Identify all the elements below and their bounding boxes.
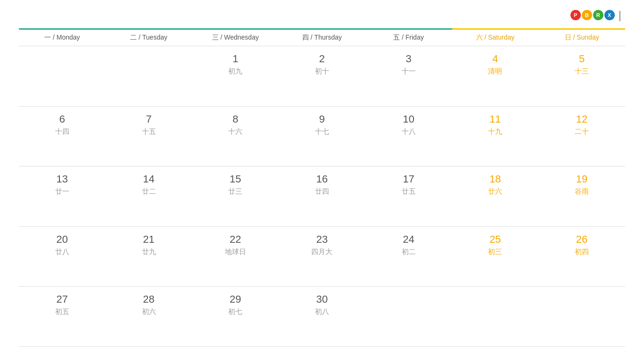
col-header-thursday: 四 / Thursday [279, 29, 365, 46]
day-lunar: 初八 [282, 307, 362, 316]
day-cell: 10十八 [365, 106, 452, 166]
day-cell: 23四月大 [279, 226, 365, 287]
day-lunar: 初九 [196, 67, 275, 76]
day-cell [106, 46, 192, 107]
day-number: 19 [542, 173, 621, 185]
brand-logo: P B R X [570, 10, 615, 20]
day-number: 4 [456, 53, 535, 65]
day-cell: 15廿三 [192, 166, 279, 227]
day-cell: 29初七 [192, 287, 279, 347]
col-header-saturday: 六 / Saturday [452, 29, 539, 46]
day-cell: 9十七 [279, 106, 365, 166]
day-number: 14 [109, 173, 189, 185]
day-cell: 4清明 [452, 46, 539, 107]
day-number: 30 [282, 293, 362, 306]
weekday-header-row: 一 / Monday二 / Tuesday三 / Wednesday四 / Th… [19, 29, 625, 46]
week-row-5: 27初五28初六29初七30初八 [19, 287, 625, 347]
day-number: 23 [282, 233, 362, 246]
col-header-sunday: 日 / Sunday [538, 29, 625, 46]
day-number: 24 [369, 233, 448, 246]
day-lunar: 初六 [109, 307, 189, 316]
logo-p: P [570, 10, 581, 20]
col-header-wednesday: 三 / Wednesday [192, 29, 279, 46]
col-header-friday: 五 / Friday [365, 29, 452, 46]
week-row-2: 6十四7十五8十六9十七10十八11十九12二十 [19, 106, 625, 166]
day-lunar: 初五 [23, 307, 102, 316]
day-cell: 7十五 [106, 106, 192, 166]
week-row-3: 13廿一14廿二15廿三16廿四17廿五18廿六19谷雨 [19, 166, 625, 227]
day-number: 6 [23, 113, 102, 125]
brand-top: P B R X | [570, 8, 625, 22]
day-cell: 13廿一 [19, 166, 106, 227]
day-lunar: 初七 [196, 307, 275, 316]
day-number: 28 [109, 293, 189, 306]
logo-r: R [593, 10, 603, 20]
day-number: 21 [109, 233, 189, 246]
calendar-page: P B R X | 一 / Monday二 / Tuesday三 / Wedne… [0, 0, 644, 347]
day-cell: 11十九 [452, 106, 539, 166]
day-cell: 8十六 [192, 106, 279, 166]
day-number: 5 [542, 53, 621, 65]
col-header-tuesday: 二 / Tuesday [106, 29, 192, 46]
day-lunar: 廿六 [456, 187, 535, 196]
day-lunar: 廿四 [282, 187, 362, 196]
logo-x: X [604, 10, 615, 20]
day-cell: 14廿二 [106, 166, 192, 227]
day-number: 17 [369, 173, 448, 185]
day-lunar: 十八 [369, 127, 448, 136]
day-lunar: 谷雨 [542, 187, 621, 196]
logo-b: B [582, 10, 592, 20]
day-lunar: 廿九 [109, 248, 189, 256]
day-cell: 28初六 [106, 287, 192, 347]
day-lunar: 十七 [282, 127, 362, 136]
day-lunar: 地球日 [196, 248, 275, 256]
calendar-body: 1初九2初十3十一4清明5十三6十四7十五8十六9十七10十八11十九12二十1… [19, 46, 625, 347]
day-cell: 24初二 [365, 226, 452, 287]
day-number: 26 [542, 233, 621, 246]
day-number: 8 [196, 113, 275, 125]
day-cell: 21廿九 [106, 226, 192, 287]
day-number: 13 [23, 173, 102, 185]
day-number: 9 [282, 113, 362, 125]
day-cell: 25初三 [452, 226, 539, 287]
day-number: 20 [23, 233, 102, 246]
day-cell [538, 287, 625, 347]
day-lunar: 廿一 [23, 187, 102, 196]
header: P B R X | [19, 0, 625, 28]
day-cell: 5十三 [538, 46, 625, 107]
day-cell: 6十四 [19, 106, 106, 166]
day-cell: 12二十 [538, 106, 625, 166]
day-lunar: 十三 [542, 67, 621, 76]
day-number: 12 [542, 113, 621, 125]
day-lunar: 廿三 [196, 187, 275, 196]
brand-divider: | [619, 8, 621, 22]
day-number: 7 [109, 113, 189, 125]
day-cell: 16廿四 [279, 166, 365, 227]
day-lunar: 十九 [456, 127, 535, 136]
day-lunar: 二十 [542, 127, 621, 136]
day-number: 10 [369, 113, 448, 125]
day-cell: 26初四 [538, 226, 625, 287]
day-cell: 3十一 [365, 46, 452, 107]
day-number: 22 [196, 233, 275, 246]
day-lunar: 十四 [23, 127, 102, 136]
day-number: 16 [282, 173, 362, 185]
day-cell [19, 46, 106, 107]
day-cell: 18廿六 [452, 166, 539, 227]
day-cell [365, 287, 452, 347]
calendar-table: 一 / Monday二 / Tuesday三 / Wednesday四 / Th… [19, 28, 625, 347]
day-lunar: 初三 [456, 248, 535, 256]
day-cell: 1初九 [192, 46, 279, 107]
day-number: 25 [456, 233, 535, 246]
day-number: 2 [282, 53, 362, 65]
day-number: 29 [196, 293, 275, 306]
day-cell: 20廿八 [19, 226, 106, 287]
day-lunar: 四月大 [282, 248, 362, 256]
day-cell: 27初五 [19, 287, 106, 347]
day-lunar: 廿五 [369, 187, 448, 196]
day-cell: 17廿五 [365, 166, 452, 227]
day-cell: 30初八 [279, 287, 365, 347]
day-lunar: 廿八 [23, 248, 102, 256]
col-header-monday: 一 / Monday [19, 29, 106, 46]
day-lunar: 十六 [196, 127, 275, 136]
